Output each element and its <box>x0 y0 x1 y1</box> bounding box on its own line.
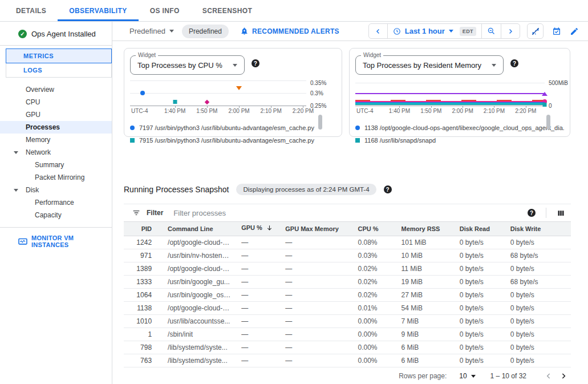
tab-observability[interactable]: OBSERVABILITY <box>58 0 138 21</box>
data-point[interactable] <box>205 100 209 104</box>
cell-memory-rss: 6 MiB <box>391 341 449 354</box>
predefined-chip[interactable]: Predefined <box>182 25 229 38</box>
legend-item[interactable]: 7915 /usr/bin/python3 /usr/lib/ubuntu-ad… <box>130 134 336 147</box>
widget-type-select[interactable]: Widget Top Processes by Resident Memory <box>355 55 504 75</box>
tab-details[interactable]: DETAILS <box>5 0 58 21</box>
data-point[interactable] <box>140 91 145 95</box>
edit-pencil-icon[interactable] <box>570 27 579 36</box>
help-icon[interactable]: ? <box>252 59 259 67</box>
column-header-gpu[interactable]: GPU % <box>231 222 275 236</box>
column-header-gpu-max-memory[interactable]: GPU Max Memory <box>275 222 347 236</box>
time-back-button[interactable] <box>369 24 387 38</box>
table-row[interactable]: 763/lib/systemd/syste...——0.00%6 MiB0 by… <box>124 354 571 367</box>
recommended-alerts-button[interactable]: RECOMMENDED ALERTS <box>240 27 339 35</box>
cell-disk-read: 0 byte/s <box>449 328 500 341</box>
sidebar-button-logs[interactable]: LOGS <box>6 63 112 78</box>
time-range-select[interactable]: Last 1 hour EDT <box>387 24 481 38</box>
cell-gpu: — <box>231 275 275 288</box>
table-row[interactable]: 1/sbin/init——0.00%9 MiB0 byte/s0 byte/s <box>124 328 571 341</box>
column-display-icon[interactable] <box>557 209 565 217</box>
sidebar-item-disk[interactable]: Disk <box>0 184 112 196</box>
cell-disk-write: 0 byte/s <box>500 262 571 275</box>
sidebar-item-capacity[interactable]: Capacity <box>0 209 112 221</box>
help-icon[interactable]: ? <box>528 209 536 217</box>
sidebar-item-label: Disk <box>26 186 39 194</box>
sidebar-item-processes[interactable]: Processes <box>0 121 112 134</box>
sidebar-button-metrics[interactable]: METRICS <box>6 48 112 63</box>
tab-screenshot[interactable]: SCREENSHOT <box>191 0 263 21</box>
previous-page-button[interactable] <box>541 371 556 381</box>
cell-command-line: /opt/google-cloud-o... <box>157 301 231 314</box>
column-header-disk-write[interactable]: Disk Write <box>500 222 571 236</box>
expand-caret-icon[interactable] <box>14 151 18 154</box>
cell-memory-rss: 19 MiB <box>391 275 449 288</box>
column-header-cpu[interactable]: CPU % <box>347 222 391 236</box>
cell-memory-rss: 6 MiB <box>391 354 449 367</box>
series-line[interactable] <box>355 93 545 94</box>
data-point[interactable] <box>236 86 242 90</box>
sidebar-item-performance[interactable]: Performance <box>0 196 112 209</box>
expand-caret-icon[interactable] <box>14 189 18 192</box>
events-off-toggle-button[interactable] <box>527 23 544 39</box>
sort-descending-icon[interactable] <box>266 226 273 233</box>
table-row[interactable]: 1333/usr/bin/google_gu...——0.02%19 MiB0 … <box>124 275 571 288</box>
widget-select-value: Top Processes by Resident Memory <box>363 61 481 70</box>
sidebar-item-label: Summary <box>35 161 64 169</box>
table-row[interactable]: 971/usr/bin/nv-hosteng...——0.03%10 MiB0 … <box>124 249 571 262</box>
tab-bar: DETAILSOBSERVABILITYOS INFOSCREENSHOT <box>0 0 588 22</box>
column-header-pid[interactable]: PID <box>124 222 157 236</box>
table-row[interactable]: 1064/usr/bin/google_osc...——0.02%27 MiB0… <box>124 288 571 301</box>
time-forward-button[interactable] <box>501 24 520 38</box>
tab-os-info[interactable]: OS INFO <box>139 0 191 21</box>
legend-scrollbar[interactable] <box>318 115 322 130</box>
legend-item[interactable]: 1168 /usr/lib/snapd/snapd <box>355 134 564 147</box>
sidebar-item-summary[interactable]: Summary <box>0 159 112 171</box>
sidebar-item-network[interactable]: Network <box>0 146 112 159</box>
legend-item[interactable]: 1138 /opt/google-cloud-ops-agent/libexec… <box>355 122 564 134</box>
column-header-command-line[interactable]: Command Line <box>157 222 231 236</box>
table-row[interactable]: 1138/opt/google-cloud-o...——0.01%54 MiB0… <box>124 301 571 314</box>
monitor-vm-instances-link[interactable]: MONITOR VM INSTANCES <box>18 235 112 248</box>
column-header-disk-read[interactable]: Disk Read <box>449 222 500 236</box>
vm-observability-page: DETAILSOBSERVABILITYOS INFOSCREENSHOT ✓ … <box>0 0 588 384</box>
help-icon[interactable]: ? <box>384 185 392 193</box>
sidebar-item-memory[interactable]: Memory <box>0 134 112 146</box>
cell-disk-read: 0 byte/s <box>449 288 500 301</box>
sidebar-item-gpu[interactable]: GPU <box>0 108 112 121</box>
timezone-chip[interactable]: EDT <box>460 27 476 36</box>
main-content: Predefined Predefined RECOMMENDED ALERTS <box>112 22 588 384</box>
sidebar-item-overview[interactable]: Overview <box>0 83 112 96</box>
calendar-check-icon[interactable] <box>552 27 561 36</box>
sidebar-item-cpu[interactable]: CPU <box>0 96 112 108</box>
zoom-out-button[interactable] <box>481 24 501 38</box>
gridline <box>355 83 545 83</box>
series-line[interactable] <box>355 104 545 105</box>
chevron-down-icon <box>449 30 453 33</box>
column-header-memory-rss[interactable]: Memory RSS <box>391 222 449 236</box>
cell-gpu: — <box>231 236 275 249</box>
table-row[interactable]: 1389/opt/google-cloud-o...——0.02%11 MiB0… <box>124 262 571 275</box>
help-icon[interactable]: ? <box>510 59 518 67</box>
sidebar-item-label: Packet Mirroring <box>35 173 84 181</box>
cell-gpu: — <box>231 288 275 301</box>
rows-per-page-select[interactable]: 10 <box>459 372 475 380</box>
next-page-button[interactable] <box>556 371 571 381</box>
metrics-toolbar: Predefined Predefined RECOMMENDED ALERTS <box>112 22 588 41</box>
widget-type-select[interactable]: Widget Top Processes by CPU % <box>130 55 245 75</box>
legend-item[interactable]: 7197 /usr/bin/python3 /usr/lib/ubuntu-ad… <box>130 122 336 134</box>
data-point[interactable] <box>173 100 177 104</box>
predefined-dropdown[interactable]: Predefined <box>129 27 174 35</box>
cell-gpu: — <box>231 341 275 354</box>
y-tick-label: 0 <box>549 103 552 109</box>
filter-processes-input[interactable] <box>173 209 522 217</box>
cell-command-line: /lib/systemd/syste... <box>157 354 231 367</box>
table-row[interactable]: 798/lib/systemd/syste...——0.00%6 MiB0 by… <box>124 341 571 354</box>
cell-cpu: 0.02% <box>347 288 391 301</box>
table-row[interactable]: 1010/usr/lib/accountsse...——0.00%7 MiB0 … <box>124 314 571 328</box>
check-circle-icon: ✓ <box>18 30 27 38</box>
monitor-vm-label: MONITOR VM INSTANCES <box>31 235 112 248</box>
table-row[interactable]: 1242/opt/google-cloud-o...——0.08%101 MiB… <box>124 236 571 249</box>
sidebar-item-packet-mirroring[interactable]: Packet Mirroring <box>0 171 112 184</box>
sidebar-item-label: Overview <box>26 86 54 94</box>
legend-scrollbar[interactable] <box>546 115 550 130</box>
